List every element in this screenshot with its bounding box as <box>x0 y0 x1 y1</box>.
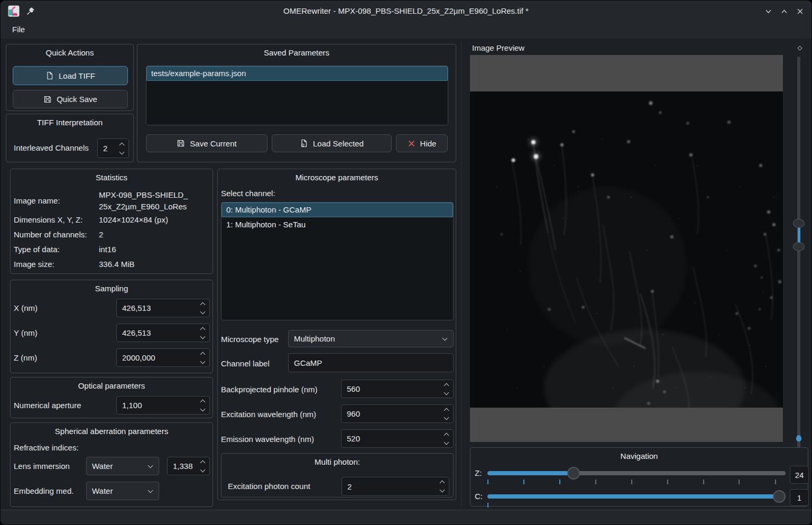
navigation-title: Navigation <box>470 452 808 460</box>
emission-wavelength-input[interactable] <box>342 434 445 443</box>
num-channels-value: 2 <box>99 229 103 240</box>
channel-list-item[interactable]: 0: Multiphoton - GCaMP <box>222 202 453 217</box>
minimize-button[interactable] <box>763 6 773 16</box>
sampling-x-input[interactable] <box>117 303 201 312</box>
z-slider-handle[interactable] <box>567 467 580 480</box>
channel-label-field[interactable] <box>288 353 454 372</box>
title-bar: OMERewriter - MPX-098_PBS-SHIELD_25x_Z2µ… <box>1 1 811 22</box>
spinner-buttons[interactable] <box>201 400 205 411</box>
spinner-buttons[interactable] <box>440 481 444 492</box>
c-slider-label: C: <box>475 491 483 502</box>
interleaved-channels-input[interactable] <box>98 144 120 153</box>
hide-button[interactable]: Hide <box>396 134 448 152</box>
close-button[interactable] <box>795 6 805 16</box>
chevron-up-icon <box>444 408 449 413</box>
spinner-buttons[interactable] <box>201 353 205 363</box>
sampling-z-spinbox[interactable] <box>116 348 210 367</box>
excitation-wavelength-label: Excitation wavelength (nm) <box>221 409 316 420</box>
data-type-label: Type of data: <box>14 244 60 255</box>
spherical-aberration-title: Spherical aberration parameters <box>11 427 213 436</box>
pin-icon[interactable] <box>26 6 35 16</box>
chevron-down-icon <box>148 463 153 468</box>
spinner-buttons[interactable] <box>201 328 205 338</box>
z-slider-tick <box>703 480 704 484</box>
maximize-button[interactable] <box>779 6 789 16</box>
chevron-up-icon <box>780 7 788 15</box>
c-slider-handle[interactable] <box>773 490 786 503</box>
photon-count-label: Excitation photon count <box>228 481 310 492</box>
pinhole-input[interactable] <box>342 384 445 393</box>
channel-list-item[interactable]: 1: Multiphoton - SeTau <box>222 217 453 232</box>
z-value-box[interactable]: 24 <box>790 466 809 484</box>
contrast-slider-upper-handle[interactable] <box>793 219 805 228</box>
chevron-down-icon <box>200 334 206 339</box>
chevron-down-icon <box>119 149 125 154</box>
sampling-y-input[interactable] <box>117 328 201 337</box>
diamond-float-icon[interactable] <box>797 45 803 51</box>
window-title: OMERewriter - MPX-098_PBS-SHIELD_25x_Z2µ… <box>106 1 706 22</box>
lens-immersion-combo[interactable]: Water <box>86 457 159 475</box>
lens-immersion-label: Lens immersion <box>14 461 70 472</box>
quick-actions-title: Quick Actions <box>6 48 133 57</box>
tiff-interpretation-title: TIFF Interpretation <box>6 118 133 127</box>
z-slider-groove[interactable] <box>487 471 786 475</box>
microscope-type-combo[interactable]: Multiphoton <box>288 330 454 347</box>
statistics-panel: Statistics Image name: MPX-098_PBS-SHIEL… <box>10 169 213 274</box>
sampling-z-input[interactable] <box>117 353 201 362</box>
spinner-buttons[interactable] <box>445 434 448 444</box>
spinner-buttons[interactable] <box>201 303 205 314</box>
saved-parameters-item[interactable]: tests/example-params.json <box>146 66 448 81</box>
splitter[interactable] <box>461 41 462 509</box>
numerical-aperture-input[interactable] <box>117 401 201 410</box>
pinhole-spinbox[interactable] <box>341 380 454 398</box>
app-window: OMERewriter - MPX-098_PBS-SHIELD_25x_Z2µ… <box>0 0 812 525</box>
numerical-aperture-label: Numerical aperture <box>14 400 81 411</box>
interleaved-channels-spinbox[interactable] <box>97 139 129 158</box>
save-current-label: Save Current <box>190 139 236 148</box>
photon-count-spinbox[interactable] <box>342 477 449 496</box>
num-channels-label: Number of channels: <box>14 229 87 240</box>
chevron-down-icon <box>444 390 449 395</box>
saved-parameters-list[interactable]: tests/example-params.json <box>146 66 448 125</box>
sampling-y-spinbox[interactable] <box>116 324 210 342</box>
image-name-label: Image name: <box>14 196 60 206</box>
photon-count-input[interactable] <box>342 482 440 491</box>
numerical-aperture-spinbox[interactable] <box>116 396 210 415</box>
contrast-slider-track[interactable] <box>797 57 800 448</box>
c-value-box[interactable]: 1 <box>790 489 809 506</box>
excitation-wavelength-spinbox[interactable] <box>341 404 454 423</box>
saved-parameters-panel: Saved Parameters tests/example-params.js… <box>137 44 456 162</box>
contrast-slider-lower-handle[interactable] <box>793 242 805 251</box>
menu-file[interactable]: File <box>8 24 29 35</box>
spinner-buttons[interactable] <box>201 461 205 472</box>
hide-label: Hide <box>420 139 437 148</box>
chevron-up-icon <box>444 383 449 388</box>
spinner-buttons[interactable] <box>445 384 448 394</box>
chevron-down-icon <box>764 7 772 15</box>
lens-index-spinbox[interactable] <box>167 457 210 475</box>
channel-label-input[interactable] <box>289 358 453 367</box>
excitation-wavelength-input[interactable] <box>342 409 445 418</box>
embedding-medium-combo[interactable]: Water <box>86 482 159 500</box>
quick-save-button[interactable]: Quick Save <box>13 90 128 108</box>
chevron-up-icon <box>200 327 206 332</box>
lens-index-input[interactable] <box>168 462 201 471</box>
contrast-slider-end-marker <box>796 435 801 441</box>
contrast-range-slider[interactable] <box>791 56 806 451</box>
channel-list[interactable]: 0: Multiphoton - GCaMP 1: Multiphoton - … <box>221 202 454 320</box>
spinner-buttons[interactable] <box>445 409 448 419</box>
load-selected-button[interactable]: Load Selected <box>272 134 392 152</box>
sampling-x-label: X (nm) <box>14 303 38 314</box>
chevron-down-icon <box>200 358 206 364</box>
floppy-icon <box>177 139 185 148</box>
save-current-button[interactable]: Save Current <box>146 134 267 152</box>
chevron-up-icon <box>200 399 206 404</box>
emission-wavelength-spinbox[interactable] <box>341 429 454 448</box>
sampling-x-spinbox[interactable] <box>116 299 210 317</box>
c-slider-groove[interactable] <box>487 494 786 499</box>
microscope-parameters-panel: Microscope parameters Select channel: 0:… <box>217 169 456 500</box>
spinner-buttons[interactable] <box>120 143 124 154</box>
chevron-up-icon <box>200 352 206 357</box>
app-icon[interactable] <box>7 5 20 17</box>
load-tiff-button[interactable]: Load TIFF <box>13 66 128 85</box>
